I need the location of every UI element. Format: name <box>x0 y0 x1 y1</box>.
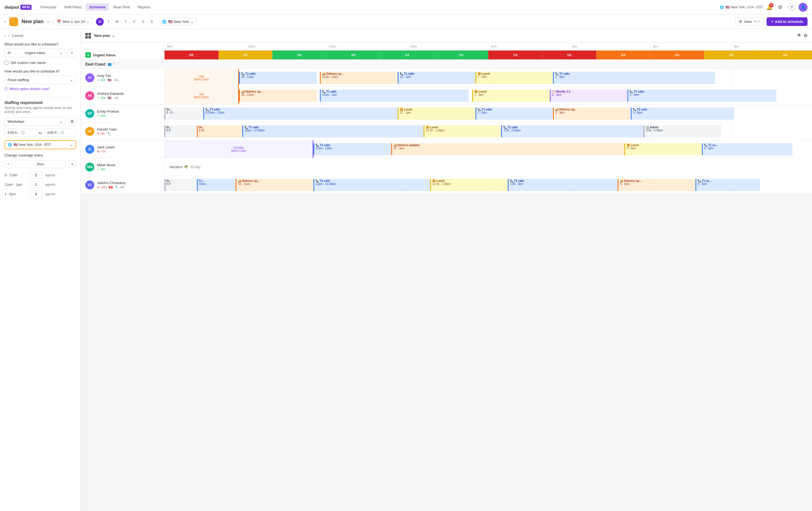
agent-info-andrea: AE Andrea Edwards ✓ 40h 🇺🇸 -5h <box>81 87 165 104</box>
add-to-schedule-button[interactable]: + Add to schedule <box>766 17 808 26</box>
agent-name-emily: Emily Prowse <box>97 109 119 114</box>
region-chevron-icon: ⌄ <box>191 20 194 24</box>
agent-meta-mikel: ✓ 34h <box>97 168 115 171</box>
day-sunday[interactable]: S <box>148 18 155 26</box>
agent-name-vaishvi: Vaishvi Chowdury <box>97 181 126 185</box>
east-coast-group-header: East Coast 👥 7 <box>81 60 812 69</box>
event-t1-vaishvi-start: T1... 10am... <box>197 179 236 191</box>
plan-dropdown-icon[interactable]: ⌄ <box>112 33 115 38</box>
time-slot-1: 9 - 11am agents <box>4 172 76 179</box>
edit-icon[interactable]: ✏ <box>47 20 50 24</box>
timeline-vaishvi: St... 9-9: T1... 10am... 🚚 Delivery up..… <box>165 176 812 194</box>
increase-coverage-button[interactable]: + <box>68 161 76 168</box>
time-to-input[interactable]: 4:00 P... 🕐 <box>44 129 76 137</box>
time-to-label: 4:00 P... <box>47 131 59 135</box>
eye-icon[interactable]: 👁 <box>797 33 802 38</box>
inbox-select-row: ✉ Urgent inbox ⌄ + <box>4 49 76 57</box>
time-from-input[interactable]: 9:00 A... 🕐 <box>4 129 36 137</box>
day-wednesday[interactable]: W <box>113 18 121 26</box>
agent-details-harold: Harold Yuen ⊖ -8h 🔧 <box>97 127 117 136</box>
timeline-emily: St... 9 - 9:... 📞 T1 calls 9:30am - 12pm… <box>165 105 812 122</box>
agent-details-emily: Emily Prowse ✓ 40h <box>97 109 119 118</box>
nav-shift-plans[interactable]: Shift Plans <box>61 3 85 11</box>
event-delivery-andrea: 🚚 Delivery up... 10 - 11am <box>239 89 317 102</box>
day-monday[interactable]: M <box>96 18 104 26</box>
inbox-icon: ✉ <box>7 51 10 55</box>
view-icon: ⚙ <box>739 20 742 24</box>
slot-agents-input-3[interactable] <box>29 191 43 198</box>
settings-icon[interactable]: ⚙ <box>804 33 808 38</box>
settings-button[interactable]: ⚙ <box>776 3 785 12</box>
help-button[interactable]: ? <box>788 4 795 11</box>
agent-info-harold: HY Harold Yuen ⊖ -8h 🔧 <box>81 122 165 140</box>
hours-vaishvi: ⊖ -20h <box>97 186 107 189</box>
late-marker-amy: LateStarts 10am <box>165 69 239 86</box>
delta-vaishvi: 🔧 -8h <box>115 186 124 189</box>
schedule-tools: 👁 ⚙ <box>797 33 808 38</box>
help-link[interactable]: ⓘ Which option should I use? <box>4 86 76 91</box>
agent-info-mikel: MM Mikel Musa ✓ 34h <box>81 158 165 176</box>
nav-schedule[interactable]: Schedule <box>86 3 109 11</box>
agent-name-mikel: Mikel Musa <box>97 163 115 167</box>
avatar-amy-tan: AT <box>85 73 94 82</box>
agent-details-jack: Jack Lewis ⊕ +7h <box>97 145 115 153</box>
schedule-scroll-area[interactable]: 9am 10am 11am 12pm 1pm 2pm 3pm 4pm ✉ Urg… <box>81 42 812 511</box>
agent-flag-amy-tan: 🇺🇸 <box>108 78 112 82</box>
day-buttons: M T W T F S S <box>96 18 155 26</box>
add-inbox-button[interactable]: + <box>68 49 76 57</box>
cancel-button[interactable]: ‹ ← Cancel <box>4 33 76 38</box>
event-t1calls-vaishvi-2: 📞 T1 calls 1:30 - 3pm <box>508 179 618 191</box>
urgent-inbox-name: ✉ Urgent inbox <box>81 51 165 59</box>
nav-reports[interactable]: Reports <box>135 3 154 11</box>
day-saturday[interactable]: S <box>139 18 147 26</box>
urgent-slot-6: 1/3 <box>488 51 542 59</box>
view-button[interactable]: ⚙ View ⌘+K <box>735 18 764 26</box>
event-lunch-harold: 🍔 Lunch 12:30 - 1:30pm <box>424 125 501 138</box>
schedule-region-label: 🇺🇸 New York <box>168 20 189 24</box>
urgent-slot-10: 1/2 <box>704 51 758 59</box>
day-friday[interactable]: F <box>130 18 138 26</box>
delta-andrea: -5h <box>114 96 118 100</box>
nav-forecasts[interactable]: Forecasts <box>37 3 60 11</box>
agent-row-mikel-musa: MM Mikel Musa ✓ 34h Vacation 🌴 All day <box>81 158 812 176</box>
event-lunch-andrea: 🍔 Lunch 1 - 2pm <box>472 89 550 102</box>
timezone-selector[interactable]: 🌐 🇺🇸 New York, USA - EST ⌄ <box>4 140 76 149</box>
notification-button[interactable]: 🔔 4 <box>766 4 773 10</box>
slot-agents-input-1[interactable] <box>29 172 43 179</box>
agent-name-harold: Harold Yuen <box>97 127 117 132</box>
schedule-region-selector[interactable]: 🌐 🇺🇸 New York ⌄ <box>159 18 197 25</box>
urgent-slot-7: 1/3 <box>542 51 597 59</box>
clock-icon: 🕐 <box>21 131 25 135</box>
user-avatar[interactable]: 👤 <box>799 3 808 12</box>
event-t1calls-emily-3: 📞 T1 calls 3 - 5pm <box>631 107 734 120</box>
event-delivery-vaishvi: 🚚 Delivery up... 10 - 11am <box>236 179 313 191</box>
time-col-1pm: 1pm <box>489 42 570 50</box>
schedule-question-1: What would you like to schedule? <box>4 42 76 46</box>
period-select[interactable]: Weekdays ⌄ <box>4 117 65 126</box>
add-button-label: Add to schedule <box>775 20 803 24</box>
day-tuesday[interactable]: T <box>105 18 112 26</box>
urgent-slot-1: 1/2 <box>219 51 273 59</box>
time-col-4pm: 4pm <box>731 42 812 50</box>
schedule-method-select[interactable]: Fixed staffing ⌄ <box>4 76 76 84</box>
back-arrow-icon: ‹ <box>4 33 6 38</box>
schedule-question-2: How would you like to schedule it? <box>4 69 76 73</box>
decrease-coverage-button[interactable]: − <box>4 161 12 168</box>
agent-row-jack-lewis: JL Jack Lewis ⊕ +7h <box>81 140 812 158</box>
custom-rule-checkbox[interactable] <box>4 61 8 65</box>
event-start-harold: St... 9-9: <box>165 125 197 138</box>
slot-agents-input-2[interactable] <box>29 181 43 188</box>
time-columns: 9am 10am 11am 12pm 1pm 2pm 3pm 4pm <box>165 42 812 50</box>
day-thursday[interactable]: T <box>122 18 130 26</box>
inbox-select[interactable]: ✉ Urgent inbox ⌄ <box>4 49 65 57</box>
hours-andrea: ✓ 40h <box>97 96 106 100</box>
nav-real-time[interactable]: Real-Time <box>110 3 133 11</box>
event-lunch-emily: 🍔 Lunch 12 - 1pm <box>398 107 475 120</box>
back-button[interactable]: ‹ <box>4 19 6 24</box>
delete-period-button[interactable]: 🗑 <box>68 117 76 126</box>
schedule-method-label: Fixed staffing <box>7 78 29 82</box>
region-selector[interactable]: 🌐 🇺🇸 New York, USA - EST <box>720 5 763 9</box>
event-t1calls-emily: 📞 T1 calls 9:30am - 12pm <box>203 107 398 120</box>
agent-row-andrea-edwards: AE Andrea Edwards ✓ 40h 🇺🇸 -5h <box>81 87 812 105</box>
date-picker[interactable]: 📅 Mon 1 Jan 24 ⌄ <box>54 18 93 25</box>
